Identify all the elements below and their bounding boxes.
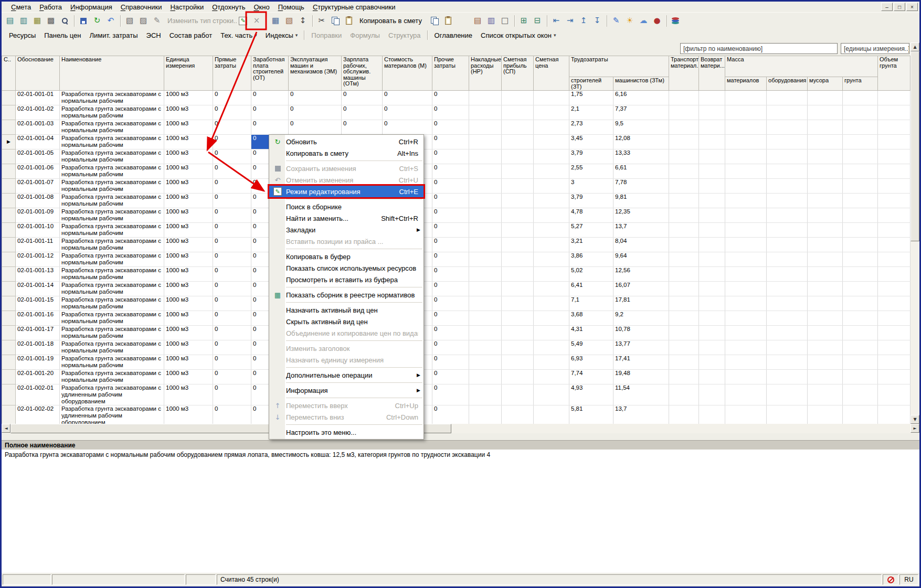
- cell-return[interactable]: [699, 370, 725, 384]
- cell-sp[interactable]: [502, 91, 534, 105]
- cell-transport[interactable]: [669, 179, 699, 194]
- cell-zt[interactable]: 5,49: [569, 340, 613, 355]
- cell-transport[interactable]: [669, 296, 699, 311]
- cell-marker[interactable]: [2, 326, 16, 340]
- cell-other[interactable]: 0: [432, 194, 469, 208]
- cell-mass_soil[interactable]: [843, 238, 878, 252]
- cell-mass_eq[interactable]: [767, 223, 808, 238]
- cell-ztm[interactable]: 13,33: [613, 149, 669, 164]
- cell-mass_trash[interactable]: [808, 91, 843, 105]
- cell-direct[interactable]: 0: [213, 340, 251, 355]
- cell-zt[interactable]: 4,93: [569, 384, 613, 405]
- column-header-mass_trash[interactable]: мусора: [808, 77, 843, 91]
- undo-icon[interactable]: ↶: [104, 15, 117, 27]
- cell-sp[interactable]: [502, 405, 534, 424]
- cell-transport[interactable]: [669, 105, 699, 120]
- cell-marker[interactable]: [2, 179, 16, 194]
- cell-name[interactable]: Разработка грунта экскаваторами с нормал…: [60, 208, 164, 223]
- cell-marker[interactable]: [2, 149, 16, 164]
- cell-mass_trash[interactable]: [808, 267, 843, 282]
- cell-volume[interactable]: [878, 135, 911, 149]
- cell-transport[interactable]: [669, 149, 699, 164]
- cell-nr[interactable]: [469, 405, 502, 424]
- column-header-otm[interactable]: Зарплата рабочих, обслужив. машины (ОТм): [342, 56, 383, 91]
- cell-mass_mat[interactable]: [725, 252, 767, 267]
- cell-unit[interactable]: 1000 м3: [164, 340, 213, 355]
- cell-price[interactable]: [534, 194, 569, 208]
- cell-nr[interactable]: [469, 326, 502, 340]
- cell-mass_mat[interactable]: [725, 91, 767, 105]
- cell-ztm[interactable]: 9,64: [613, 252, 669, 267]
- cell-direct[interactable]: 0: [213, 238, 251, 252]
- cell-code[interactable]: 02-01-001-12: [16, 252, 60, 267]
- cell-direct[interactable]: 0: [213, 194, 251, 208]
- cell-name[interactable]: Разработка грунта экскаваторами с нормал…: [60, 91, 164, 105]
- cell-mass_soil[interactable]: [843, 91, 878, 105]
- column-header-marker[interactable]: С..: [2, 56, 16, 91]
- cell-code[interactable]: 02-01-001-15: [16, 296, 60, 311]
- cell-mass_soil[interactable]: [843, 340, 878, 355]
- cell-mass_mat[interactable]: [725, 223, 767, 238]
- cell-em[interactable]: 0: [289, 105, 342, 120]
- menubar-item-2[interactable]: Работа: [35, 3, 66, 12]
- cell-return[interactable]: [699, 384, 725, 405]
- draw-icon[interactable]: ✎: [610, 15, 622, 27]
- cell-name[interactable]: Разработка грунта экскаваторами с удлине…: [60, 384, 164, 405]
- cell-mass_mat[interactable]: [725, 384, 767, 405]
- cell-return[interactable]: [699, 296, 725, 311]
- column-header-price[interactable]: Сметная цена: [534, 56, 569, 91]
- copy-to-estimate-label[interactable]: Копировать в смету: [356, 17, 428, 25]
- cell-code[interactable]: 02-01-001-14: [16, 282, 60, 296]
- panel-button-1[interactable]: Ресурсы: [5, 30, 40, 41]
- cell-mass_trash[interactable]: [808, 340, 843, 355]
- cell-unit[interactable]: 1000 м3: [164, 326, 213, 340]
- cell-price[interactable]: [534, 355, 569, 370]
- panel-button-13[interactable]: Оглавление: [430, 30, 477, 41]
- cell-volume[interactable]: [878, 149, 911, 164]
- cell-unit[interactable]: 1000 м3: [164, 164, 213, 179]
- cell-volume[interactable]: [878, 208, 911, 223]
- cell-volume[interactable]: [878, 384, 911, 405]
- menu-item-edit-mode[interactable]: Режим редактированияCtrl+E: [269, 186, 424, 197]
- picture-icon[interactable]: ▦: [31, 15, 44, 27]
- cell-marker[interactable]: [2, 252, 16, 267]
- cell-unit[interactable]: 1000 м3: [164, 91, 213, 105]
- unit-filter-input[interactable]: [единицы измерения..]: [841, 43, 909, 54]
- cell-other[interactable]: 0: [432, 179, 469, 194]
- cell-nr[interactable]: [469, 135, 502, 149]
- horizontal-scrollbar[interactable]: ◄ ►: [2, 424, 919, 433]
- cell-zt[interactable]: 7,74: [569, 370, 613, 384]
- cell-transport[interactable]: [669, 340, 699, 355]
- cell-code[interactable]: 02-01-001-09: [16, 208, 60, 223]
- cell-price[interactable]: [534, 370, 569, 384]
- cell-otm[interactable]: 0: [342, 91, 383, 105]
- cell-mass_trash[interactable]: [808, 311, 843, 326]
- menu-item-find-replace[interactable]: Найти и заменить...Shift+Ctrl+R: [269, 212, 424, 224]
- cell-name[interactable]: Разработка грунта экскаваторами с нормал…: [60, 282, 164, 296]
- cell-volume[interactable]: [878, 105, 911, 120]
- cell-code[interactable]: 02-01-001-03: [16, 120, 60, 135]
- cell-sp[interactable]: [502, 223, 534, 238]
- cell-marker[interactable]: [2, 282, 16, 296]
- cell-sp[interactable]: [502, 238, 534, 252]
- cell-zt[interactable]: 3: [569, 179, 613, 194]
- cell-volume[interactable]: [878, 194, 911, 208]
- cell-nr[interactable]: [469, 164, 502, 179]
- column-header-nr[interactable]: Накладные расходы (НР): [469, 56, 502, 91]
- cell-unit[interactable]: 1000 м3: [164, 405, 213, 424]
- panel-button-7[interactable]: Индексы▾: [261, 30, 302, 41]
- cell-code[interactable]: 02-01-002-02: [16, 405, 60, 424]
- cell-zt[interactable]: 1,75: [569, 91, 613, 105]
- cell-return[interactable]: [699, 164, 725, 179]
- cell-direct[interactable]: 0: [213, 267, 251, 282]
- sun-icon[interactable]: ☀: [623, 15, 636, 27]
- cell-unit[interactable]: 1000 м3: [164, 355, 213, 370]
- cell-volume[interactable]: [878, 164, 911, 179]
- menu-item-show-collection-in-registry[interactable]: ▦Показать сборник в реестре нормативов: [269, 289, 424, 301]
- cell-mass_soil[interactable]: [843, 296, 878, 311]
- cell-return[interactable]: [699, 223, 725, 238]
- cell-transport[interactable]: [669, 384, 699, 405]
- cell-mass_mat[interactable]: [725, 238, 767, 252]
- cell-transport[interactable]: [669, 91, 699, 105]
- cell-mass_eq[interactable]: [767, 91, 808, 105]
